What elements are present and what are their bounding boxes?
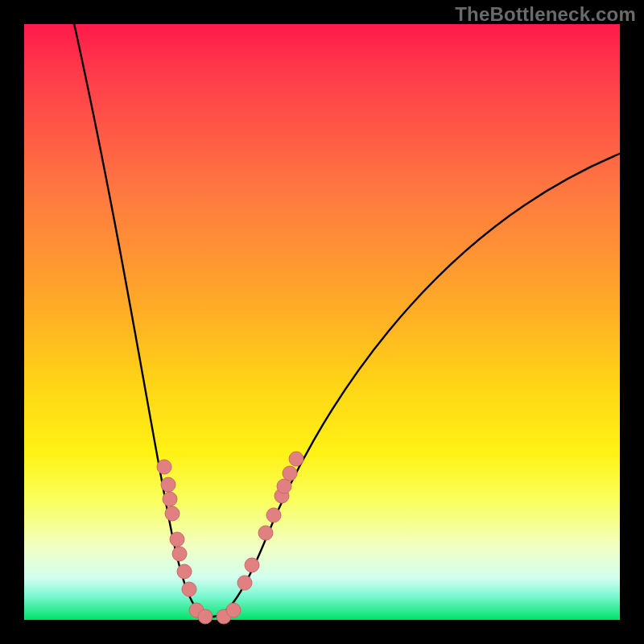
chart-frame: TheBottleneck.com bbox=[0, 0, 644, 644]
data-marker bbox=[161, 477, 175, 492]
data-marker bbox=[172, 547, 187, 561]
watermark-text: TheBottleneck.com bbox=[455, 3, 636, 26]
markers-left-group bbox=[157, 460, 213, 624]
data-marker bbox=[170, 532, 184, 547]
data-marker bbox=[245, 558, 259, 572]
curve-svg bbox=[24, 24, 620, 620]
data-marker bbox=[266, 508, 281, 522]
data-marker bbox=[277, 479, 291, 493]
plot-area bbox=[24, 24, 620, 620]
data-marker bbox=[163, 492, 177, 506]
data-marker bbox=[165, 506, 180, 521]
data-marker bbox=[237, 576, 252, 590]
data-marker bbox=[198, 609, 213, 624]
data-marker bbox=[283, 466, 297, 481]
data-marker bbox=[182, 582, 196, 597]
data-marker bbox=[258, 526, 273, 540]
data-marker bbox=[226, 603, 241, 617]
markers-right-group bbox=[217, 452, 303, 624]
bottleneck-curve bbox=[72, 16, 621, 617]
data-marker bbox=[177, 564, 192, 579]
data-marker bbox=[157, 460, 171, 474]
data-marker bbox=[289, 452, 303, 466]
